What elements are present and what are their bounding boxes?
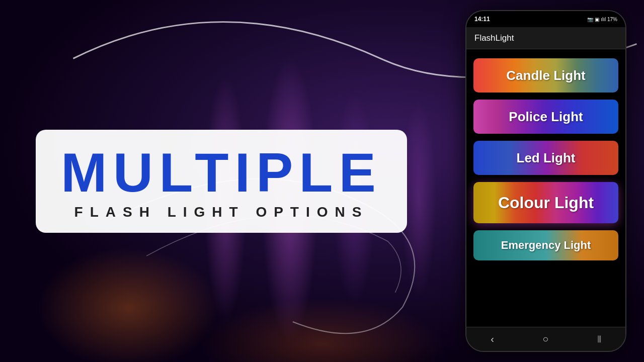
- camera-icon: 📷: [587, 17, 593, 22]
- home-nav-icon[interactable]: ○: [542, 333, 548, 345]
- title-sub: FLASH LIGHT OPTIONS: [61, 204, 382, 220]
- status-bar: 14:11 📷 ▣ ılıl 17%: [466, 11, 625, 27]
- colour-light-button[interactable]: Colour Light: [473, 182, 618, 223]
- back-nav-icon[interactable]: ‹: [491, 333, 494, 345]
- led-light-button[interactable]: Led Light: [473, 141, 618, 175]
- left-panel: MULTIPLE FLASH LIGHT OPTIONS: [0, 0, 443, 362]
- status-icons: 📷 ▣ ılıl 17%: [587, 17, 617, 22]
- app-bar: FlashLight: [466, 27, 625, 49]
- nav-bar: ‹ ○ ⦀: [466, 327, 625, 351]
- candle-light-button[interactable]: Candle Light: [473, 58, 618, 93]
- police-light-button[interactable]: Police Light: [473, 100, 618, 134]
- emergency-light-button[interactable]: Emergency Light: [473, 230, 618, 260]
- phone-container: 14:11 📷 ▣ ılıl 17% FlashLight Candle Lig…: [448, 0, 644, 362]
- title-box: MULTIPLE FLASH LIGHT OPTIONS: [36, 130, 407, 233]
- screen-content: Candle Light Police Light Led Light Colo…: [466, 49, 625, 329]
- battery-text: ▣ ılıl 17%: [595, 17, 617, 22]
- recents-nav-icon[interactable]: ⦀: [597, 333, 601, 345]
- colour-light-label: Colour Light: [498, 194, 594, 212]
- title-main: MULTIPLE: [61, 145, 382, 200]
- police-light-label: Police Light: [509, 109, 583, 125]
- candle-light-label: Candle Light: [506, 68, 585, 83]
- led-light-label: Led Light: [517, 150, 576, 166]
- status-time: 14:11: [474, 16, 490, 23]
- emergency-light-label: Emergency Light: [501, 239, 591, 252]
- app-title: FlashLight: [474, 33, 514, 43]
- phone: 14:11 📷 ▣ ılıl 17% FlashLight Candle Lig…: [465, 10, 626, 352]
